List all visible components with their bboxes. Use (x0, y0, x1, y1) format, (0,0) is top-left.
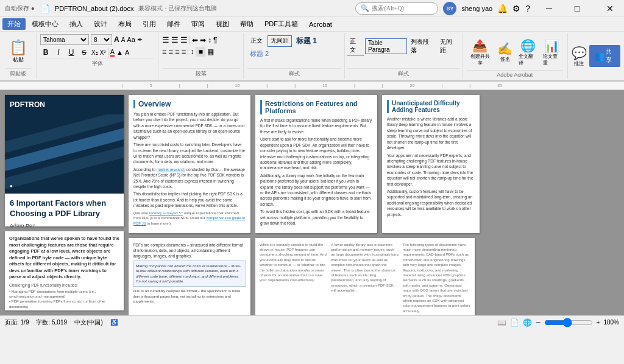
paper-check-btn[interactable]: 📊 论文查重 (542, 37, 562, 68)
middle-center-panel: While it is certainly possible to build … (255, 238, 475, 315)
italic-btn[interactable]: I (53, 47, 64, 58)
pdf-complex-panel: PDFs are complex documents – structured … (129, 238, 250, 315)
user-avatar[interactable]: SY (443, 2, 456, 15)
overview-title: Overview (133, 100, 246, 108)
menu-tab-start[interactable]: 开始 (2, 18, 26, 30)
page-info: 页面: 1/9 (5, 318, 29, 327)
cover-page: PDFTRON ● 6 Important Factors when Choos… (5, 95, 124, 226)
menu-tab-acrobat[interactable]: Acrobat (304, 19, 337, 29)
zoom-in-btn[interactable]: + (597, 319, 600, 326)
unanticipated-title: Unanticipated Difficulty Adding Features (387, 100, 475, 113)
font-change-btn[interactable]: ✒ (137, 36, 143, 44)
zoom-out-btn[interactable]: ─ (536, 319, 540, 326)
user-name: sheng yao (461, 5, 492, 12)
style-normal-item[interactable]: 正文 (347, 37, 364, 55)
align-center-btn[interactable]: ≡ (169, 47, 174, 57)
bold-btn[interactable]: B (40, 47, 51, 58)
cover-subtitle-icon: ● (10, 183, 13, 189)
search-input[interactable] (372, 5, 433, 12)
word-count: 字数: 5,019 (36, 318, 67, 327)
full-translate-btn[interactable]: 🌐 全文翻译 (517, 37, 538, 68)
comment-btn[interactable]: 💬 批注 (572, 46, 587, 67)
align-left-btn[interactable]: ≡ (162, 47, 167, 57)
unanticipated-panel: Unanticipated Difficulty Adding Features… (382, 95, 480, 233)
underline-btn[interactable]: U (66, 47, 77, 58)
zoom-slider[interactable] (544, 319, 593, 326)
style-no-spacing[interactable]: 无间距 (268, 35, 292, 47)
adobe-comment-btn[interactable]: ✍ 签名 (496, 40, 514, 64)
menu-tab-insert[interactable]: 插入 (65, 18, 88, 30)
web-layout-btn[interactable]: 🌐 (523, 318, 532, 327)
autosave-label: 自动保存 ● (5, 4, 35, 13)
font-name-select[interactable]: Tahoma (40, 34, 89, 45)
menu-tab-help[interactable]: 帮助 (235, 18, 258, 30)
menu-tab-template[interactable]: 模板中心 (27, 18, 63, 30)
menu-tab-view[interactable]: 视图 (211, 18, 234, 30)
menu-tab-review[interactable]: 审阅 (186, 18, 210, 30)
overview-panel: Overview You plan to embed PDF functiona… (129, 95, 250, 233)
sort-btn[interactable]: ↕ (208, 36, 211, 44)
numbering-btn[interactable]: ☰ (171, 35, 179, 44)
text-effects-btn[interactable]: A (125, 49, 129, 56)
settings-icon[interactable]: ⚙ (512, 4, 520, 13)
status-bar: 页面: 1/9 字数: 5,019 中文(中国) ♿ 📖 📄 🌐 ─ + 100… (0, 315, 624, 329)
font-grow-btn[interactable]: A (114, 35, 119, 44)
zoom-level: 100% (603, 319, 619, 326)
cover-author: Adam Pez (10, 223, 119, 226)
strikethrough-btn[interactable]: S (79, 47, 90, 58)
menu-tab-mail[interactable]: 邮件 (162, 18, 185, 30)
highlight-btn[interactable]: ▲ (116, 49, 123, 56)
accessibility-icon[interactable]: ♿ (110, 319, 118, 326)
clear-format-btn[interactable]: Aa (127, 36, 135, 43)
style-normal[interactable]: 正文 (247, 35, 266, 47)
share-btn[interactable]: 👥 共享 (589, 45, 620, 67)
restrictions-title: Restrictions on Features and Platforms (260, 100, 372, 114)
paste-button[interactable]: 📋 粘贴 (7, 38, 30, 65)
menu-tab-references[interactable]: 引用 (138, 18, 161, 30)
table-para-item[interactable]: Table Paragra (365, 38, 407, 54)
cover-logo: PDFTRON (5, 95, 124, 114)
multilevel-btn[interactable]: ☰ (180, 35, 188, 44)
align-right-btn[interactable]: ≡ (175, 47, 180, 57)
print-layout-btn[interactable]: 📄 (510, 318, 519, 327)
file-icon: 📄 (40, 4, 50, 13)
search-icon: 🔍 (361, 4, 369, 12)
style-bar-inline: 正文 Table Paragra 列表段落 无间距 样式 (345, 33, 463, 79)
restrictions-panel: Restrictions on Features and Platforms A… (255, 95, 377, 233)
cover-title: 6 Important Factors when Choosing a PDF … (10, 198, 119, 219)
justify-btn[interactable]: ≡ (182, 47, 186, 57)
clipboard-group: 📋 粘贴 剪贴板 (0, 33, 37, 79)
main-content: PDFTRON ● 6 Important Factors when Choos… (0, 90, 624, 315)
menu-tab-design[interactable]: 设计 (89, 18, 112, 30)
font-size-select[interactable]: 8 (91, 34, 112, 45)
font-color-btn[interactable]: A (110, 48, 115, 57)
search-box[interactable]: 🔍 (355, 2, 438, 15)
mode-label: 兼容模式 - 已保存到这台电脑 (138, 4, 217, 13)
help-icon[interactable]: ? (525, 4, 530, 13)
shading-btn[interactable]: ■ (196, 47, 205, 57)
menu-tab-pdftoolbox[interactable]: PDF工具箱 (260, 18, 303, 30)
borders-btn[interactable]: ▦ (207, 47, 214, 56)
column-list-item[interactable]: 列表段落 (408, 37, 436, 55)
filename-label: PDFTRON_about (2).docx (55, 5, 134, 12)
increase-indent-btn[interactable]: ➡ (200, 36, 206, 44)
style-h2[interactable]: 标题 2 (247, 49, 271, 59)
notification-icon[interactable]: 🔔 (497, 4, 508, 13)
bullets-btn[interactable]: ☰ (162, 35, 169, 44)
style-h1[interactable]: 标题 1 (294, 35, 319, 47)
show-marks-btn[interactable]: ¶ (213, 36, 217, 44)
window-restore[interactable]: □ (563, 0, 591, 17)
menu-tab-layout[interactable]: 布局 (113, 18, 136, 30)
no-spacing-item[interactable]: 无间距 (438, 37, 459, 55)
superscript-btn[interactable]: X² (100, 49, 106, 56)
decrease-indent-btn[interactable]: ⬅ (192, 36, 198, 44)
read-mode-btn[interactable]: 📖 (497, 318, 506, 327)
language-label: 中文(中国) (74, 318, 103, 327)
line-spacing-btn[interactable]: ↕ (190, 47, 194, 56)
subscript-btn[interactable]: X₂ (91, 49, 98, 56)
create-share-btn[interactable]: 📤 创建并共享 (467, 37, 492, 68)
window-minimize[interactable]: ─ (535, 0, 563, 17)
adobe-pdf-group: 📤 创建并共享 ✍ 签名 🌐 全文翻译 📊 论文查重 Adobe Acrobat (463, 33, 568, 79)
font-shrink-btn[interactable]: A (121, 37, 126, 43)
window-close[interactable]: ✕ (596, 0, 624, 17)
